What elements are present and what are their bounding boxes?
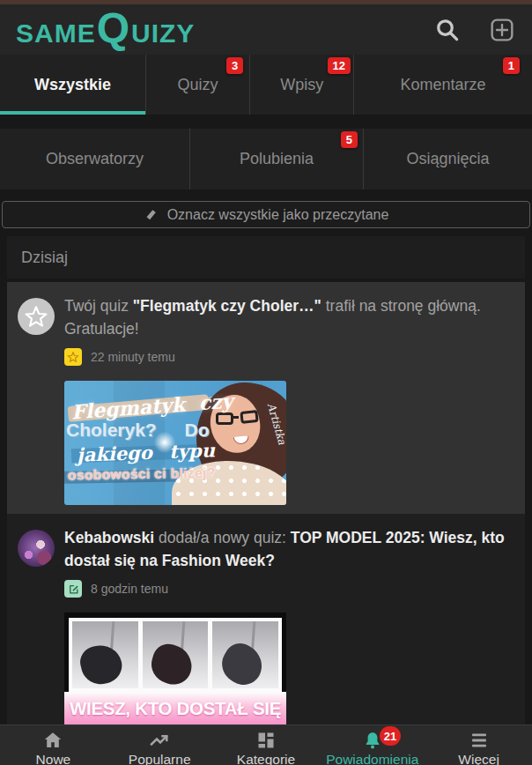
add-content-button[interactable] xyxy=(488,16,516,44)
nav-item-nowe[interactable]: Nowe xyxy=(0,725,107,765)
pencil-square-glyph xyxy=(68,583,79,595)
notification-text: Kebabowski dodał/a nowy quiz: TOP MODEL … xyxy=(64,526,511,572)
featured-star-icon xyxy=(64,348,82,366)
thumbnail-text-line3: jakiego typu xyxy=(77,439,216,465)
search-icon xyxy=(434,17,461,43)
action-text: dodał/a nowy quiz: xyxy=(154,529,291,546)
tab-osiagniecia[interactable]: Osiągnięcia xyxy=(363,129,532,189)
timestamp: 22 minuty temu xyxy=(91,350,175,364)
tab-wszystkie[interactable]: Wszystkie xyxy=(0,55,145,115)
nav-label: Nowe xyxy=(36,752,71,765)
text-prefix: Twój quiz xyxy=(64,297,133,315)
notifications-page: sameQuizy Wszystkie Quizy 3 Wpisy xyxy=(0,0,532,765)
menu-icon xyxy=(469,730,490,751)
section-header-today: Dzisiaj xyxy=(7,236,525,279)
tab-badge: 5 xyxy=(341,131,358,148)
section-title: Dzisiaj xyxy=(21,249,68,267)
tab-label: Polubienia xyxy=(240,150,314,168)
tab-label: Obserwatorzy xyxy=(46,150,144,168)
tab-quizy[interactable]: Quizy 3 xyxy=(145,55,249,115)
thumbnail-text-line2: Choleryk? Do xyxy=(66,420,210,441)
thumbnail-text-line1: WIESZ, KTO DOSTAŁ SIĘ xyxy=(64,698,286,719)
nav-item-kategorie[interactable]: Kategorie xyxy=(213,725,320,765)
plus-square-icon xyxy=(488,16,516,44)
tab-polubienia[interactable]: Polubienia 5 xyxy=(189,129,363,189)
tab-badge: 3 xyxy=(226,57,243,74)
thumbnail-model-photo xyxy=(72,621,138,688)
notification-text: Twój quiz "Flegmatyk czy Choler…" trafił… xyxy=(64,294,511,340)
logo-text-q: Q xyxy=(97,11,130,45)
thumbnail-glasses xyxy=(240,410,258,424)
notification-count-badge: 21 xyxy=(380,726,401,746)
tab-label: Osiągnięcia xyxy=(406,150,489,168)
username: Kebabowski xyxy=(64,529,154,546)
tab-badge: 12 xyxy=(328,57,351,74)
tab-label: Quizy xyxy=(178,76,218,94)
time-row: 22 minuty temu xyxy=(64,348,511,366)
tab-label: Komentarze xyxy=(400,76,485,94)
trending-icon xyxy=(148,730,171,751)
nav-item-powiadomienia[interactable]: 21 Powiadomienia xyxy=(319,725,425,765)
app-header: sameQuizy xyxy=(0,4,532,55)
star-glyph xyxy=(67,351,79,363)
samequizy-logo[interactable]: sameQuizy xyxy=(16,11,195,48)
thumbnail-text-line4: osobowości ci bliżej? xyxy=(68,465,216,484)
logo-text-same: same xyxy=(16,19,96,48)
mark-all-read-button[interactable]: Oznacz wszystkie jako przeczytane xyxy=(2,201,530,228)
nav-label: Więcej xyxy=(458,752,499,765)
star-outline-icon xyxy=(24,304,48,329)
user-avatar[interactable] xyxy=(18,530,55,567)
tab-wpisy[interactable]: Wpisy 12 xyxy=(249,55,353,115)
pen-icon xyxy=(144,207,159,222)
thumbnail-glasses xyxy=(216,412,233,425)
system-star-avatar xyxy=(18,298,55,335)
timestamp: 8 godzin temu xyxy=(91,582,168,596)
thumbnail-glasses-bridge xyxy=(232,416,239,419)
secondary-tab-bar: Obserwatorzy Polubienia 5 Osiągnięcia xyxy=(0,129,532,189)
thumbnail-model-photo xyxy=(143,621,209,688)
notification-body: Twój quiz "Flegmatyk czy Choler…" trafił… xyxy=(55,294,511,505)
notification-item[interactable]: Twój quiz "Flegmatyk czy Choler…" trafił… xyxy=(7,282,525,514)
home-icon xyxy=(42,730,63,751)
nav-label: Kategorie xyxy=(237,752,295,765)
quiz-thumbnail[interactable]: Flegmatyk czy Choleryk? Do jakiego typu … xyxy=(64,381,286,505)
nav-label: Popularne xyxy=(129,752,191,765)
thumbnail-photo-strip xyxy=(69,618,282,692)
search-button[interactable] xyxy=(433,16,462,44)
nav-label: Powiadomienia xyxy=(326,752,418,765)
tab-obserwatorzy[interactable]: Obserwatorzy xyxy=(0,129,189,189)
mark-all-read-label: Oznacz wszystkie jako przeczytane xyxy=(167,207,389,223)
new-quiz-edit-icon xyxy=(64,580,82,598)
thumbnail-model-photo xyxy=(212,621,278,688)
categories-grid-icon xyxy=(255,730,277,751)
primary-tab-bar: Wszystkie Quizy 3 Wpisy 12 Komentarze 1 xyxy=(0,55,532,115)
logo-text-uizy: uizy xyxy=(131,19,195,48)
header-actions xyxy=(433,16,516,44)
tab-komentarze[interactable]: Komentarze 1 xyxy=(353,55,532,115)
tab-badge: 1 xyxy=(503,57,520,74)
bottom-nav-bar: Nowe Popularne Kategorie xyxy=(0,724,532,765)
quiz-title: "Flegmatyk czy Choler…" xyxy=(133,297,321,315)
nav-item-wiecej[interactable]: Więcej xyxy=(425,725,532,765)
time-row: 8 godzin temu xyxy=(64,580,511,598)
tab-label: Wpisy xyxy=(280,76,323,94)
tab-label: Wszystkie xyxy=(34,76,111,94)
nav-item-popularne[interactable]: Popularne xyxy=(107,725,213,765)
